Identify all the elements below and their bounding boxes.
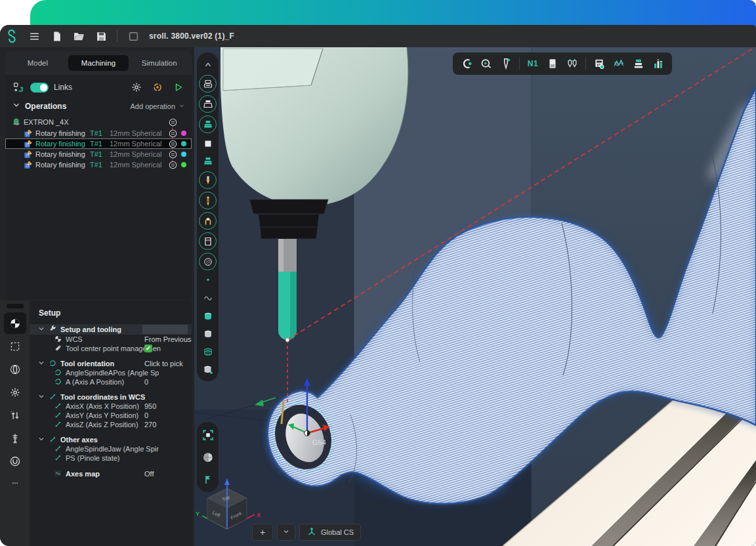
- state-circle-icon[interactable]: [169, 118, 177, 127]
- setup-row[interactable]: Tool orientationClick to pick: [30, 359, 192, 368]
- machine-row[interactable]: EXTRON _4X: [5, 116, 192, 128]
- stock-result-icon[interactable]: [199, 116, 217, 133]
- tool-mill-icon[interactable]: [199, 171, 217, 189]
- gcode-program-icon[interactable]: N1: [524, 55, 541, 72]
- links-toggle[interactable]: [30, 83, 49, 93]
- setup-row[interactable]: AxisZ (Axis Z Position)270: [30, 420, 192, 429]
- tool-drill-icon[interactable]: [199, 192, 217, 209]
- save-file-icon[interactable]: [94, 30, 108, 43]
- state-circle-icon[interactable]: [169, 129, 177, 138]
- setup-wcs-icon[interactable]: [4, 312, 26, 334]
- fit-view-icon[interactable]: [199, 427, 217, 443]
- stock-active-icon[interactable]: [199, 153, 217, 169]
- surface-mesh-icon[interactable]: [199, 343, 217, 360]
- setup-rotation-icon[interactable]: [4, 450, 26, 472]
- tab-model[interactable]: Model: [7, 55, 68, 71]
- setup-value[interactable]: 0: [144, 378, 148, 386]
- setup-value[interactable]: 950: [144, 402, 156, 410]
- setup-value[interactable]: 270: [144, 421, 156, 429]
- stock-model-icon[interactable]: [199, 75, 217, 93]
- setup-row[interactable]: Other axes: [30, 435, 192, 444]
- operation-row[interactable]: Rotary finishing 3 T#1 12mm Spherical: [5, 149, 192, 159]
- panel-drag-handle[interactable]: [7, 304, 24, 308]
- machining-panel: Model Machining Simulation Links Operati…: [5, 51, 192, 299]
- setup-axes-icon[interactable]: [4, 404, 26, 426]
- calculator-icon[interactable]: [591, 55, 608, 72]
- chevron-down-icon[interactable]: [37, 325, 45, 334]
- run-icon[interactable]: [172, 81, 185, 94]
- tool-holder-icon[interactable]: [199, 212, 217, 230]
- operation-row[interactable]: Rotary finishing 1 T#1 12mm Spherical: [5, 128, 192, 138]
- setup-tool-icon[interactable]: [4, 427, 26, 449]
- state-circle-icon[interactable]: [169, 150, 177, 159]
- surface-point-icon[interactable]: [199, 361, 217, 377]
- setup-region-icon[interactable]: [4, 335, 26, 357]
- setup-row[interactable]: AxisY (Axis Y Position)0: [30, 411, 192, 420]
- setup-row[interactable]: Axes mapOff: [30, 469, 192, 478]
- setup-parameters-icon[interactable]: [4, 381, 26, 403]
- setup-row[interactable]: AngleSpindleAPos (Angle Sp: [30, 368, 192, 377]
- point-icon[interactable]: [199, 272, 217, 289]
- collapse-toolbar-icon[interactable]: [199, 56, 217, 73]
- setup-row[interactable]: Tool center point managemen✓: [30, 344, 192, 353]
- setup-strategy-icon[interactable]: [4, 358, 26, 380]
- machine-icon: [12, 117, 21, 127]
- setup-row[interactable]: A (Axis A Position)0: [30, 377, 192, 387]
- frame-icon[interactable]: [127, 30, 140, 43]
- setup-row[interactable]: Setup and tooling: [30, 324, 192, 335]
- operation-tool-desc: 12mm Spherical: [110, 129, 166, 137]
- snap-icon[interactable]: [458, 55, 475, 72]
- setup-value[interactable]: 0: [144, 411, 148, 419]
- flag-icon[interactable]: [199, 471, 217, 488]
- shaded-view-icon[interactable]: [199, 449, 217, 465]
- operation-icon: [24, 139, 33, 148]
- state-circle-icon[interactable]: [169, 140, 177, 148]
- tcp-checkbox[interactable]: ✓: [144, 345, 152, 352]
- setup-value[interactable]: Off: [144, 470, 154, 478]
- cs-controls: + Global CS: [252, 524, 361, 541]
- app-logo[interactable]: [5, 30, 18, 43]
- setup-row[interactable]: AxisX (Axis X Position)950: [30, 402, 192, 411]
- add-operation-button[interactable]: Add operation: [131, 102, 186, 110]
- state-circle-icon[interactable]: [169, 161, 177, 169]
- layers-icon[interactable]: [630, 55, 647, 72]
- workpiece-panel-icon[interactable]: [544, 55, 561, 72]
- chevron-down-icon[interactable]: [12, 100, 21, 112]
- tool-block-icon[interactable]: [199, 232, 217, 250]
- viewport-canvas[interactable]: G54: [194, 47, 756, 546]
- toolpath-curve-icon[interactable]: [199, 290, 217, 306]
- open-file-icon[interactable]: [72, 30, 85, 43]
- workpiece-icon[interactable]: [199, 135, 217, 152]
- mesh-stock-icon[interactable]: [199, 253, 217, 270]
- add-cs-button[interactable]: +: [252, 524, 273, 541]
- stock-fixture-icon[interactable]: [199, 95, 217, 113]
- link-operations-icon[interactable]: [12, 81, 25, 94]
- setup-row[interactable]: PS (Pinole state): [30, 453, 192, 463]
- surface-plain-icon[interactable]: [199, 326, 217, 342]
- setup-row[interactable]: AngleSpindleJaw (Angle Spir: [30, 444, 192, 453]
- setup-row[interactable]: WCSFrom Previous: [30, 335, 192, 344]
- operation-row[interactable]: Rotary finishing 4 T#1 12mm Spherical: [5, 159, 192, 170]
- global-cs-button[interactable]: Global CS: [299, 524, 361, 541]
- sync-icon[interactable]: [151, 81, 164, 94]
- caliper-icon[interactable]: [497, 55, 514, 72]
- setup-value[interactable]: From Previous: [144, 335, 192, 343]
- new-file-icon[interactable]: [50, 30, 63, 43]
- setup-more-icon[interactable]: [4, 473, 26, 495]
- measure-icon[interactable]: [478, 55, 495, 72]
- surface-highlight-icon[interactable]: [199, 308, 217, 324]
- setup-value[interactable]: Click to pick: [144, 360, 183, 368]
- chevron-down-icon[interactable]: [37, 435, 45, 444]
- graph-icon[interactable]: [610, 55, 627, 72]
- tooling-panel-icon[interactable]: [564, 55, 581, 72]
- settings-gear-icon[interactable]: [130, 81, 143, 94]
- chevron-down-icon[interactable]: [37, 392, 45, 402]
- operation-row[interactable]: Rotary finishing 2 T#1 12mm Spherical: [5, 138, 192, 149]
- setup-row[interactable]: Tool coordinates in WCS: [30, 392, 192, 402]
- tab-machining[interactable]: Machining: [68, 55, 129, 71]
- menu-icon[interactable]: [28, 30, 41, 43]
- cs-dropdown-button[interactable]: [277, 524, 295, 541]
- statistics-icon[interactable]: [650, 55, 667, 72]
- chevron-down-icon[interactable]: [37, 359, 45, 368]
- tab-simulation[interactable]: Simulation: [129, 55, 190, 71]
